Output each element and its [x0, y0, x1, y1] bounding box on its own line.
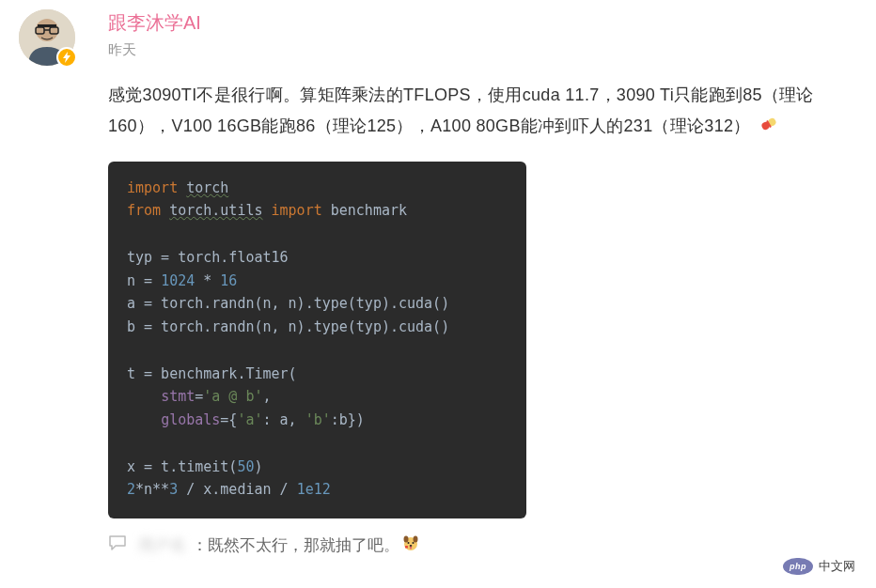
post-container: 跟李沐学AI 昨天 感觉3090TI不是很行啊。算矩阵乘法的TFLOPS，使用c…	[0, 0, 876, 567]
code-line: typ = torch.float16	[127, 246, 508, 270]
svg-point-12	[414, 536, 418, 543]
svg-point-13	[408, 542, 410, 544]
code-line: t = benchmark.Timer(	[127, 363, 508, 386]
code-line: 2*n**3 / x.median / 1e12	[127, 478, 508, 502]
svg-point-11	[404, 536, 409, 543]
code-line	[127, 432, 508, 456]
comment-icon	[108, 534, 127, 555]
code-line: from torch.utils import benchmark	[127, 199, 508, 223]
comment-separator: ：	[192, 534, 208, 556]
watermark: php 中文网	[783, 558, 855, 575]
pill-emoji-icon	[759, 113, 778, 144]
comment-row[interactable]: 用户名 ： 既然不太行，那就抽了吧。	[108, 532, 857, 558]
post-body-text: 感觉3090TI不是很行啊。算矩阵乘法的TFLOPS，使用cuda 11.7，3…	[108, 85, 814, 135]
svg-point-14	[413, 542, 415, 544]
dog-emoji-icon	[401, 534, 420, 556]
code-line: a = torch.randn(n, n).type(typ).cuda()	[127, 292, 508, 316]
watermark-text: 中文网	[819, 558, 855, 575]
post-time: 昨天	[108, 41, 857, 59]
post-content: 跟李沐学AI 昨天 感觉3090TI不是很行啊。算矩阵乘法的TFLOPS，使用c…	[108, 9, 857, 558]
avatar-wrap[interactable]	[19, 9, 75, 66]
lightning-icon	[61, 52, 72, 63]
code-line: b = torch.randn(n, n).type(typ).cuda()	[127, 316, 508, 339]
verified-badge	[56, 47, 77, 68]
post-body: 感觉3090TI不是很行啊。算矩阵乘法的TFLOPS，使用cuda 11.7，3…	[108, 80, 857, 145]
code-line: stmt='a @ b',	[127, 385, 508, 409]
code-line: globals={'a': a, 'b':b})	[127, 409, 508, 432]
code-line: import torch	[127, 177, 508, 200]
code-line: n = 1024 * 16	[127, 270, 508, 293]
svg-point-16	[410, 547, 412, 549]
watermark-logo-icon: php	[783, 558, 813, 575]
svg-rect-17	[405, 546, 408, 549]
code-block: import torch from torch.utils import ben…	[108, 162, 526, 519]
author-name[interactable]: 跟李沐学AI	[108, 9, 857, 36]
code-line	[127, 223, 508, 246]
commenter-name[interactable]: 用户名	[138, 534, 186, 556]
code-line: x = t.timeit(50)	[127, 456, 508, 479]
comment-text: 既然不太行，那就抽了吧。	[208, 534, 399, 556]
code-line	[127, 339, 508, 363]
